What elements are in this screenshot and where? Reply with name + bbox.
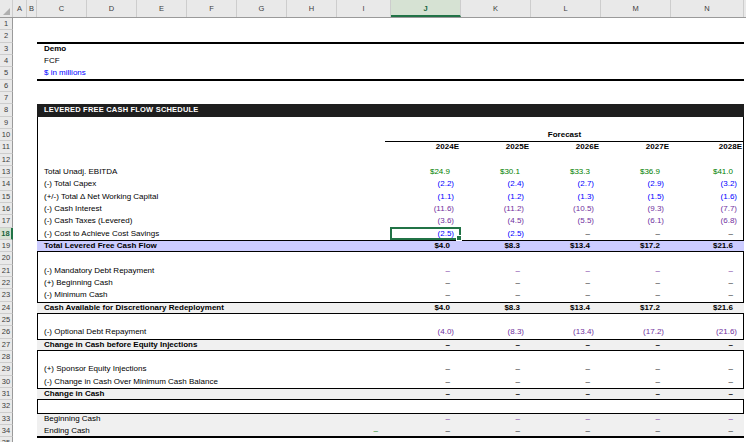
cell-L15[interactable]: (1.3): [531, 191, 601, 203]
column-header-L[interactable]: L: [531, 0, 601, 17]
cell-K21[interactable]: –: [461, 265, 531, 277]
row-label-16[interactable]: (-) Cash Interest: [44, 203, 102, 215]
cell-L24[interactable]: $13.4: [531, 302, 601, 314]
row-header-18[interactable]: 18: [0, 228, 13, 240]
cell-N29[interactable]: –: [671, 363, 744, 375]
cell-M15[interactable]: (1.5): [601, 191, 671, 203]
cell-M27[interactable]: –: [601, 339, 671, 351]
row-header-15[interactable]: 15: [0, 191, 13, 203]
column-header-A[interactable]: A: [13, 0, 27, 17]
cell-K18[interactable]: (2.5): [461, 228, 531, 240]
cell-J14[interactable]: (2.2): [391, 178, 461, 190]
cell-N26[interactable]: (21.6): [671, 326, 744, 338]
year-header-2028E[interactable]: 2028E: [671, 141, 744, 153]
row-label-14[interactable]: (-) Total Capex: [44, 178, 96, 190]
cell-L31[interactable]: –: [531, 388, 601, 400]
row-label-17[interactable]: (-) Cash Taxes (Levered): [44, 215, 132, 227]
year-header-2025E[interactable]: 2025E: [461, 141, 531, 153]
row-label-30[interactable]: (-) Change in Cash Over Minimum Cash Bal…: [44, 376, 218, 388]
column-header-K[interactable]: K: [461, 0, 531, 17]
cell-K23[interactable]: –: [461, 289, 531, 301]
row-header-5[interactable]: 5: [0, 67, 13, 79]
year-header-2026E[interactable]: 2026E: [531, 141, 601, 153]
row-label-24[interactable]: Cash Available for Discretionary Redeplo…: [44, 302, 224, 314]
cell-N23[interactable]: –: [671, 289, 744, 301]
row-header-3[interactable]: 3: [0, 43, 13, 55]
row-header-1[interactable]: 1: [0, 18, 13, 30]
cell-N21[interactable]: –: [671, 265, 744, 277]
cell-J26[interactable]: (4.0): [391, 326, 461, 338]
cell-K15[interactable]: (1.2): [461, 191, 531, 203]
cell-M29[interactable]: –: [601, 363, 671, 375]
column-header-M[interactable]: M: [601, 0, 671, 17]
row-header-29[interactable]: 29: [0, 363, 13, 375]
cell-M18[interactable]: –: [601, 228, 671, 240]
row-header-26[interactable]: 26: [0, 326, 13, 338]
cell-M16[interactable]: (9.3): [601, 203, 671, 215]
cell-K26[interactable]: (8.3): [461, 326, 531, 338]
cell-N24[interactable]: $21.6: [671, 302, 744, 314]
cell-K13[interactable]: $30.1: [461, 166, 531, 178]
cell-N22[interactable]: –: [671, 277, 744, 289]
cell-L22[interactable]: –: [531, 277, 601, 289]
forecast-label[interactable]: Forecast: [385, 129, 744, 141]
row-header-25[interactable]: 25: [0, 314, 13, 326]
row-header-30[interactable]: 30: [0, 376, 13, 388]
cell-M33[interactable]: –: [601, 413, 671, 425]
cell-L18[interactable]: –: [531, 228, 601, 240]
row-header-8[interactable]: 8: [0, 104, 13, 116]
cell-L13[interactable]: $33.3: [531, 166, 601, 178]
cell-L21[interactable]: –: [531, 265, 601, 277]
cell-M21[interactable]: –: [601, 265, 671, 277]
row-header-28[interactable]: 28: [0, 351, 13, 363]
cell-sheet-name[interactable]: FCF: [44, 55, 60, 67]
column-header-F[interactable]: F: [187, 0, 237, 17]
cell-L30[interactable]: –: [531, 376, 601, 388]
row-label-18[interactable]: (-) Cost to Achieve Cost Savings: [44, 228, 159, 240]
cell-J18[interactable]: (2.5): [391, 228, 461, 240]
cell-N19[interactable]: $21.6: [671, 240, 744, 252]
cell-L33[interactable]: –: [531, 413, 601, 425]
schedule-header-bar[interactable]: LEVERED FREE CASH FLOW SCHEDULE: [37, 104, 744, 117]
cell-M26[interactable]: (17.2): [601, 326, 671, 338]
cell-K31[interactable]: –: [461, 388, 531, 400]
row-header-33[interactable]: 33: [0, 413, 13, 425]
cell-J23[interactable]: –: [391, 289, 461, 301]
cell-K14[interactable]: (2.4): [461, 178, 531, 190]
row-header-35[interactable]: 35: [0, 437, 13, 442]
cell-L26[interactable]: (13.4): [531, 326, 601, 338]
cell-K16[interactable]: (11.2): [461, 203, 531, 215]
column-header-I[interactable]: I: [337, 0, 391, 17]
cell-J22[interactable]: –: [391, 277, 461, 289]
cell-N16[interactable]: (7.7): [671, 203, 744, 215]
column-header-J[interactable]: J: [391, 0, 461, 17]
row-header-14[interactable]: 14: [0, 178, 13, 190]
row-header-2[interactable]: 2: [0, 30, 13, 42]
cell-N34[interactable]: –: [671, 425, 744, 437]
cell-K29[interactable]: –: [461, 363, 531, 375]
cell-J16[interactable]: (11.6): [391, 203, 461, 215]
cell-N33[interactable]: –: [671, 413, 744, 425]
cell-N18[interactable]: –: [671, 228, 744, 240]
cell-M31[interactable]: –: [601, 388, 671, 400]
cell-N17[interactable]: (6.8): [671, 215, 744, 227]
cell-N15[interactable]: (1.6): [671, 191, 744, 203]
row-header-6[interactable]: 6: [0, 80, 13, 92]
cell-M14[interactable]: (2.9): [601, 178, 671, 190]
column-header-G[interactable]: G: [237, 0, 287, 17]
cell-J33[interactable]: –: [391, 413, 461, 425]
row-header-19[interactable]: 19: [0, 240, 13, 252]
select-all-corner[interactable]: [0, 0, 13, 17]
cell-L16[interactable]: (10.5): [531, 203, 601, 215]
row-label-21[interactable]: (-) Mandatory Debt Repayment: [44, 265, 154, 277]
cell-L29[interactable]: –: [531, 363, 601, 375]
cell-I34[interactable]: –: [337, 425, 391, 437]
cell-M30[interactable]: –: [601, 376, 671, 388]
column-header-C[interactable]: C: [37, 0, 87, 17]
cell-L23[interactable]: –: [531, 289, 601, 301]
row-header-17[interactable]: 17: [0, 215, 13, 227]
cell-J31[interactable]: –: [391, 388, 461, 400]
cell-M17[interactable]: (6.1): [601, 215, 671, 227]
cell-K17[interactable]: (4.5): [461, 215, 531, 227]
row-label-23[interactable]: (-) Minimum Cash: [44, 289, 108, 301]
